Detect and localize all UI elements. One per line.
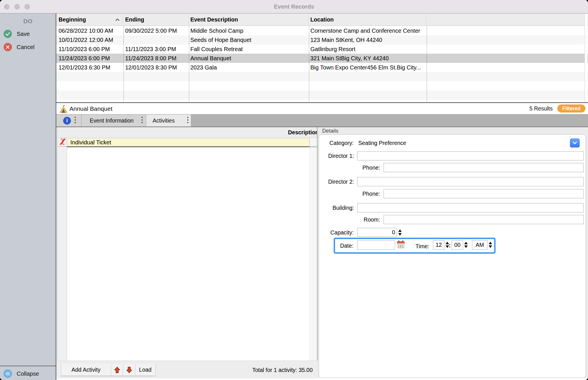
record-cell-description[interactable]: Seeds of Hope Banquet: [190, 35, 307, 44]
phone1-input[interactable]: [384, 163, 584, 172]
column-divider[interactable]: [188, 14, 189, 25]
kebab-menu-icon[interactable]: [142, 117, 143, 124]
building-input[interactable]: [357, 203, 584, 212]
tab-activities[interactable]: Activities: [146, 115, 191, 127]
details-bottom-strip: [318, 378, 588, 380]
record-row[interactable]: 10/01/2022 12:00 AMSeeds of Hope Banquet…: [56, 35, 588, 44]
column-divider: [427, 26, 427, 102]
record-row-empty[interactable]: [56, 81, 588, 90]
toolbar-underline: [61, 376, 155, 376]
record-cell-description[interactable]: Fall Couples Retreat: [190, 44, 307, 54]
time-minute-input[interactable]: [452, 240, 463, 250]
director2-input[interactable]: [357, 177, 584, 186]
column-divider: [123, 26, 124, 102]
time-label: Time:: [415, 243, 429, 250]
info-icon[interactable]: i: [63, 117, 71, 125]
description-column-header[interactable]: Description: [288, 127, 317, 138]
activities-panel-border: [317, 127, 318, 360]
capacity-input[interactable]: [357, 228, 397, 237]
load-button[interactable]: Load: [135, 364, 155, 376]
move-row-down-button[interactable]: [123, 364, 135, 376]
results-count: 5 Results: [529, 103, 553, 114]
director1-input[interactable]: [357, 151, 584, 160]
add-activity-button[interactable]: Add Activity: [61, 364, 111, 376]
record-cell-location[interactable]: Big Town Expo Center456 Elm St.Big City.…: [310, 63, 425, 72]
record-cell-ending[interactable]: 11/11/2023 3:00 PM: [125, 44, 187, 54]
column-header-event-description[interactable]: Event Description: [190, 13, 238, 26]
record-row-empty[interactable]: [56, 72, 588, 81]
tab-event-information-label: Event Information: [82, 115, 142, 127]
activities-total: Total for 1 activity: 35.00: [252, 361, 313, 379]
record-cell-description[interactable]: Middle School Camp: [190, 26, 307, 35]
record-cell-ending[interactable]: 11/24/2023 8:00 PM: [125, 54, 187, 63]
record-row[interactable]: 11/24/2023 6:00 PM11/24/2023 8:00 PMAnnu…: [56, 54, 588, 63]
activity-description-field[interactable]: Individual Ticket: [70, 139, 111, 146]
kebab-menu-icon[interactable]: [187, 117, 188, 124]
content-bottom-strip: [57, 379, 318, 380]
column-divider[interactable]: [308, 14, 309, 25]
cancel-x-icon: [3, 43, 12, 51]
record-cell-beginning[interactable]: 10/01/2022 12:00 AM: [59, 35, 122, 44]
delete-chi-icon: χ: [60, 135, 65, 145]
time-hour-input[interactable]: [433, 240, 444, 250]
record-cell-location[interactable]: 321 Main StBig City, KY 44240: [310, 54, 425, 63]
tab-event-information[interactable]: Event Information: [82, 115, 146, 127]
column-header-beginning[interactable]: Beginning: [59, 13, 86, 26]
cancel-button[interactable]: Cancel: [0, 43, 56, 51]
record-row[interactable]: 11/10/2023 6:00 PM11/11/2023 3:00 PMFall…: [56, 44, 588, 54]
cancel-label: Cancel: [17, 43, 34, 51]
sidebar: DO Save Cancel Collapse: [0, 13, 56, 380]
record-cell-beginning[interactable]: 11/10/2023 6:00 PM: [59, 44, 122, 54]
records-scrollbar[interactable]: [585, 13, 587, 102]
record-cell-location[interactable]: 123 Main StKent, OH 44240: [310, 35, 425, 44]
collapse-chevrons-icon: [3, 369, 12, 378]
room-input[interactable]: [384, 215, 584, 224]
kebab-menu-icon[interactable]: [75, 117, 76, 124]
category-dropdown-button[interactable]: [570, 138, 580, 148]
date-input[interactable]: [357, 241, 395, 250]
room-label: Room:: [364, 216, 380, 223]
column-header-location[interactable]: Location: [310, 13, 334, 26]
column-divider[interactable]: [123, 14, 123, 25]
capacity-stepper[interactable]: [398, 229, 402, 236]
time-minute-stepper[interactable]: [464, 242, 468, 248]
record-row[interactable]: 06/28/2022 10:00 AM09/30/2022 5:00 PMMid…: [56, 26, 588, 35]
activities-row-gutter: [58, 138, 67, 360]
record-cell-beginning[interactable]: 11/24/2023 6:00 PM: [59, 54, 122, 63]
filtered-badge[interactable]: Filtered: [557, 104, 585, 113]
activities-list: [67, 138, 317, 360]
record-cell-ending[interactable]: 12/01/2023 8:30 PM: [125, 63, 187, 72]
record-cell-beginning[interactable]: 06/28/2022 10:00 AM: [59, 26, 122, 35]
record-cell-description[interactable]: Annual Banquet: [190, 54, 307, 63]
calendar-icon[interactable]: [397, 240, 405, 250]
record-cell-location[interactable]: Cornerstone Camp and Conference Center: [310, 26, 425, 35]
move-row-up-button[interactable]: [111, 364, 123, 376]
record-cell-location[interactable]: Gatlinburg Resort: [310, 44, 425, 54]
column-divider[interactable]: [426, 14, 426, 25]
column-header-ending[interactable]: Ending: [125, 13, 144, 26]
toolbar-divider: [155, 364, 156, 376]
records-table-header: Beginning Ending Event Description Locat…: [56, 13, 588, 26]
record-row-empty[interactable]: [56, 90, 588, 100]
collapse-button[interactable]: Collapse: [0, 369, 56, 378]
delete-activity-row-button[interactable]: χ: [58, 138, 67, 147]
sidebar-divider: [0, 366, 56, 366]
activity-row-active[interactable]: Individual Ticket: [68, 138, 310, 146]
record-cell-description[interactable]: 2023 Gala: [190, 63, 307, 72]
time-meridiem-input[interactable]: [472, 240, 488, 250]
record-cell-ending[interactable]: 09/30/2022 5:00 PM: [125, 26, 187, 35]
time-meridiem-stepper[interactable]: [489, 242, 492, 248]
building-label: Building:: [332, 205, 354, 211]
activities-toolbar: Add Activity Load Total for 1 activity: …: [57, 361, 317, 379]
record-row[interactable]: 12/01/2023 6:30 PM12/01/2023 8:30 PM2023…: [56, 63, 588, 72]
record-cell-beginning[interactable]: 12/01/2023 6:30 PM: [59, 63, 122, 72]
status-bar: Annual Banquet 5 Results Filtered: [56, 103, 588, 114]
record-cell-ending[interactable]: [125, 35, 187, 44]
phone2-input[interactable]: [384, 189, 584, 198]
date-label: Date:: [340, 243, 353, 249]
save-button[interactable]: Save: [0, 30, 56, 38]
details-panel: Category: Seating Preference Director 1:…: [319, 134, 586, 378]
director2-label: Director 2:: [328, 179, 354, 185]
phone1-label: Phone:: [362, 164, 380, 171]
active-row-underline: [310, 146, 317, 147]
